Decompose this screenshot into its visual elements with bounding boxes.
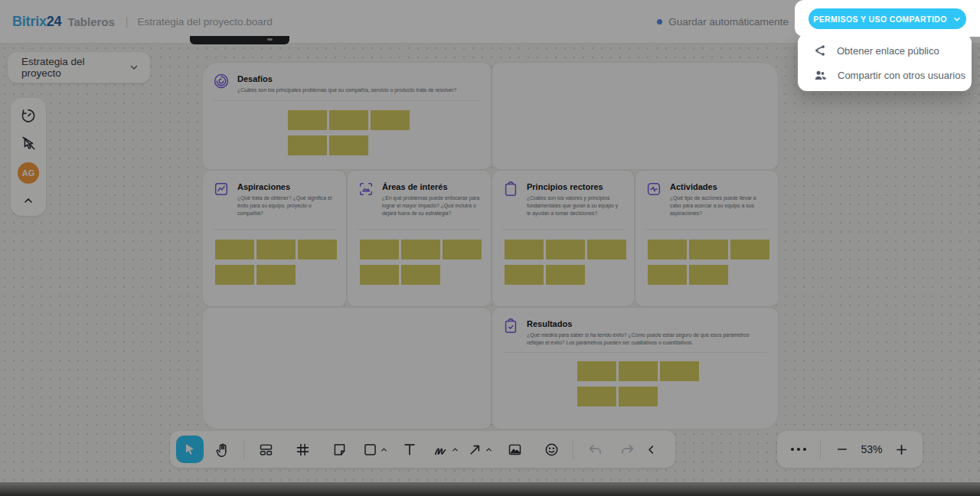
permissions-share-button[interactable]: PERMISOS Y USO COMPARTIDO: [808, 8, 966, 29]
share-dropdown-menu: Obtener enlace público Compartir con otr…: [798, 34, 972, 91]
screen: Bitrix24 Tableros | Estrategia del proye…: [0, 0, 980, 496]
menu-item-public-link[interactable]: Obtener enlace público: [798, 38, 972, 63]
share-popup-header: PERMISOS Y USO COMPARTIDO: [795, 0, 980, 37]
menu-item-label: Compartir con otros usuarios: [838, 70, 965, 81]
share-icon: [813, 44, 827, 57]
user-plus-icon: [813, 68, 828, 83]
menu-item-share-users[interactable]: Compartir con otros usuarios: [798, 63, 972, 87]
permissions-share-label: PERMISOS Y USO COMPARTIDO: [813, 15, 947, 24]
chevron-down-icon: [952, 15, 962, 24]
menu-item-label: Obtener enlace público: [837, 45, 939, 57]
